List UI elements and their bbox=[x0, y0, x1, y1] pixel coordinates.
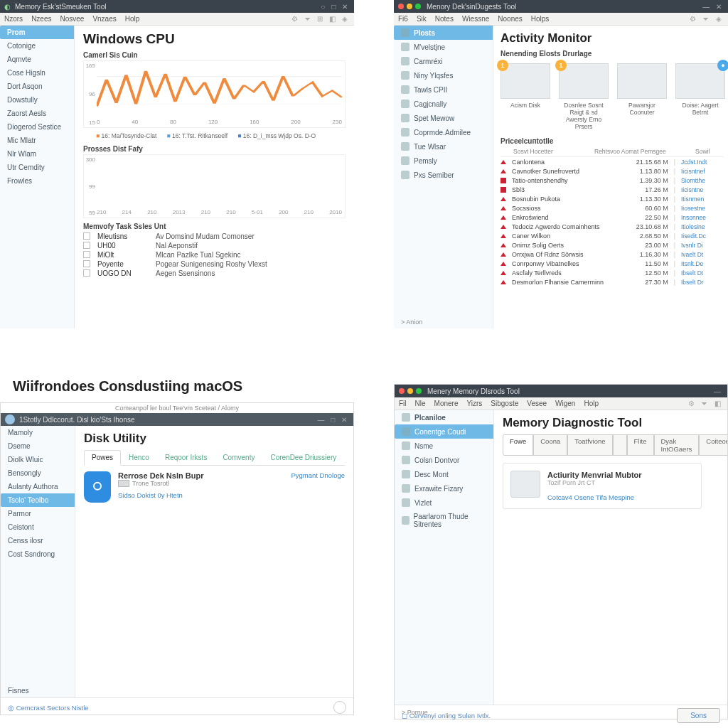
sidebar-item[interactable]: Coprmde.Admilee bbox=[394, 125, 493, 139]
menu-item[interactable]: Nzors bbox=[4, 15, 23, 23]
quick-card[interactable]: Pawarsjor Coonuter bbox=[617, 63, 667, 130]
menu-item[interactable]: Noones bbox=[498, 15, 522, 23]
menubar[interactable]: Fil Nle Monere Yizrs Sibgoste Vesee Wige… bbox=[395, 397, 727, 410]
window-controls[interactable]: — ✕ bbox=[702, 3, 724, 11]
sidebar-item[interactable]: Parmor bbox=[1, 507, 75, 520]
sidebar-item[interactable]: Tawls CPII bbox=[394, 82, 493, 97]
sidebar-item[interactable]: Vizlet bbox=[395, 496, 493, 510]
toolbar-icons[interactable]: ⚙ ⏷ ◧ bbox=[688, 400, 723, 407]
sidebar-footer[interactable]: Fisnes bbox=[1, 684, 75, 697]
sidebar-item[interactable]: Pemsly bbox=[394, 154, 493, 168]
sidebar-item[interactable]: Dowstully bbox=[0, 93, 74, 107]
process-row[interactable]: Cavnotker Sunefrovertd1.13.80 M|Iicisntn… bbox=[500, 166, 724, 176]
disk-action[interactable]: Pygmant Dnologe bbox=[291, 471, 345, 479]
disk-link[interactable]: Sidso Dokist 0y Htetn bbox=[118, 491, 284, 499]
footer-link[interactable]: > Pornue bbox=[402, 709, 428, 716]
tab[interactable]: Powes bbox=[84, 450, 121, 466]
menubar[interactable]: Fi6 Sik Notes Wiessne Noones Holps ⚙ ⏷ ◈ bbox=[394, 13, 728, 26]
tab[interactable]: Henco bbox=[121, 450, 157, 465]
menu-item[interactable]: Holp bbox=[125, 15, 140, 23]
task-row[interactable]: MiOltMlcan Pazlke Tual Sgekinc bbox=[83, 250, 346, 259]
tab[interactable]: Coona bbox=[533, 434, 567, 456]
sidebar-item[interactable]: Nlr Wlam bbox=[0, 147, 74, 161]
quick-card[interactable]: 1Dosnlee Sosnt Raigt & sd Awersty Erno P… bbox=[559, 63, 609, 130]
tab[interactable]: Reqoor Irksts bbox=[157, 450, 215, 465]
menu-item[interactable]: Holps bbox=[531, 15, 550, 23]
checkbox-icon[interactable] bbox=[83, 269, 90, 277]
menu-item[interactable]: Nosvee bbox=[60, 15, 84, 23]
menu-item[interactable]: Fi6 bbox=[398, 15, 408, 23]
sidebar-item[interactable]: Spet Mewow bbox=[394, 111, 493, 125]
process-row[interactable]: Orrxjwa Of Rdnz Sörwsis1.16.30 M|Ivaelt … bbox=[500, 250, 724, 259]
process-row[interactable]: Tedociz Agwerdo Comainhents23.10.68 M|It… bbox=[500, 222, 724, 231]
process-row[interactable]: Socssioss60.60 M|Iiosestne bbox=[500, 203, 724, 213]
sidebar-item[interactable]: Nsme bbox=[395, 439, 493, 453]
titlebar[interactable]: ◐ Memory Esk'stSmeuken Tool ○ □ ✕ bbox=[0, 0, 354, 13]
sidebar-item[interactable]: Desc Mont bbox=[395, 467, 493, 481]
sidebar-item[interactable]: Conentge Coudi bbox=[395, 424, 493, 439]
sidebar-item[interactable]: Aqmvte bbox=[0, 53, 74, 66]
titlebar[interactable]: 1Stotly Ddlccorut. Disl kio'Sts Ihonse —… bbox=[1, 413, 353, 426]
process-row[interactable]: Onimz Solig Oerts23.00 M|Ivsnlr Di bbox=[500, 240, 724, 250]
tab[interactable] bbox=[613, 434, 627, 456]
footer-link[interactable]: > Anion bbox=[401, 318, 422, 326]
process-row[interactable]: Tatio-ontenshendhy1.39.30 M|Siorntthe bbox=[500, 176, 724, 185]
titlebar[interactable]: Menory Dek'sinDugests Tool — ✕ bbox=[394, 0, 728, 13]
window-controls[interactable]: ○ □ ✕ bbox=[321, 3, 350, 11]
process-row[interactable]: Bosnubin Pukota1.13.30 M|Itisnmen bbox=[500, 194, 724, 203]
sidebar-item[interactable]: Dseme bbox=[1, 439, 75, 453]
process-row[interactable]: Sbl317.26 M|Iicisntne bbox=[500, 185, 724, 194]
sidebar-item[interactable]: Aulanty Authora bbox=[1, 480, 75, 493]
tab[interactable]: Dyak IntOGaers bbox=[654, 434, 700, 456]
tab[interactable]: Flite bbox=[627, 434, 654, 456]
menu-item[interactable]: Notes bbox=[435, 15, 454, 23]
sidebar-item[interactable]: Exrawite Fizary bbox=[395, 481, 493, 496]
sidebar-item[interactable]: Mic Mlatr bbox=[0, 134, 74, 147]
tab[interactable]: Fowe bbox=[503, 434, 533, 456]
tab[interactable]: CorenDee Driussiery bbox=[262, 450, 344, 465]
sidebar-item[interactable]: Cose Higsln bbox=[0, 66, 74, 80]
menubar[interactable]: Nzors Nzees Nosvee Vnzaes Holp ⚙ ⏷ ⊞ ◧ ◈ bbox=[0, 13, 354, 26]
tab[interactable]: Coiteoer bbox=[699, 434, 727, 456]
tab[interactable]: Toatfvione bbox=[567, 434, 612, 456]
task-row[interactable]: UH00Nal Aeponstif bbox=[83, 241, 346, 250]
process-row[interactable]: Canlontena21.15.68 M|Jcdst.Indt bbox=[500, 157, 724, 166]
sidebar-item[interactable]: Utr Cemdity bbox=[0, 161, 74, 174]
sidebar-item[interactable]: Zaorst Aesls bbox=[0, 107, 74, 120]
sidebar-item[interactable]: Paarlarom Thude Sitrentes bbox=[395, 510, 493, 531]
sidebar-item[interactable]: Plosts bbox=[394, 26, 493, 40]
quick-card[interactable]: ●Doise: Aagert Betrnt bbox=[675, 63, 725, 130]
checkbox-icon[interactable] bbox=[83, 251, 90, 258]
menu-item[interactable]: Sik bbox=[417, 15, 427, 23]
tab[interactable]: Comventy bbox=[215, 450, 262, 465]
task-row[interactable]: MleutisnsAv Domsind Mudam Comonser bbox=[83, 232, 346, 241]
sidebar-item[interactable]: Diolk Wluic bbox=[1, 453, 75, 466]
card-link[interactable]: Cotcav4 Osene Tifa Mespine bbox=[547, 493, 642, 501]
checkbox-icon[interactable] bbox=[83, 260, 90, 267]
titlebar[interactable]: Menery Memory Dlsrods Tool — bbox=[395, 385, 727, 397]
sidebar-item[interactable]: Censs ilosr bbox=[1, 534, 75, 547]
sidebar-item[interactable]: Dort Asqon bbox=[0, 80, 74, 93]
footer-icon[interactable] bbox=[333, 701, 346, 714]
process-row[interactable]: Enkroświend22.50 M|Insonnee bbox=[500, 213, 724, 222]
process-row[interactable]: Desmоrlon Flhansie Camerminn27.30 M|Ibse… bbox=[500, 277, 724, 287]
process-row[interactable]: Caner Wilkon2.68.50 M|Iisedit.Dc bbox=[500, 231, 724, 240]
sidebar-item[interactable]: Bensongly bbox=[1, 466, 75, 480]
menu-item[interactable]: Nzees bbox=[31, 15, 51, 23]
sidebar-item[interactable]: Carmréxi bbox=[394, 54, 493, 68]
sidebar-item[interactable]: Mamoly bbox=[1, 426, 75, 439]
sidebar-item[interactable]: Cost Ssndrong bbox=[1, 547, 75, 561]
sidebar-item[interactable]: Tue Wlsar bbox=[394, 139, 493, 154]
process-row[interactable]: Conrponwy Vibatnelkes11.50 M|Itsnlt.De bbox=[500, 259, 724, 268]
quick-card[interactable]: 1Acism Disk bbox=[500, 63, 550, 130]
checkbox-icon[interactable] bbox=[83, 242, 90, 249]
checkbox-icon[interactable] bbox=[83, 232, 90, 240]
process-row[interactable]: Ascfaly Terllvreds12.50 M|Ibselt Dt bbox=[500, 268, 724, 277]
sidebar-item[interactable]: Pxs Semiber bbox=[394, 168, 493, 182]
sidebar-item[interactable]: Cagjcnally bbox=[394, 97, 493, 111]
sidebar-item[interactable]: M'velstjne bbox=[394, 40, 493, 54]
toolbar-icons[interactable]: ⚙ ⏷ ⊞ ◧ ◈ bbox=[291, 15, 350, 23]
sidebar-item[interactable]: Prom bbox=[0, 26, 74, 39]
task-row[interactable]: PoyentePogear Sunigenesing Roshy Vlexst bbox=[83, 259, 346, 269]
sidebar-item[interactable]: Tsolo' Teolbo bbox=[1, 493, 75, 507]
